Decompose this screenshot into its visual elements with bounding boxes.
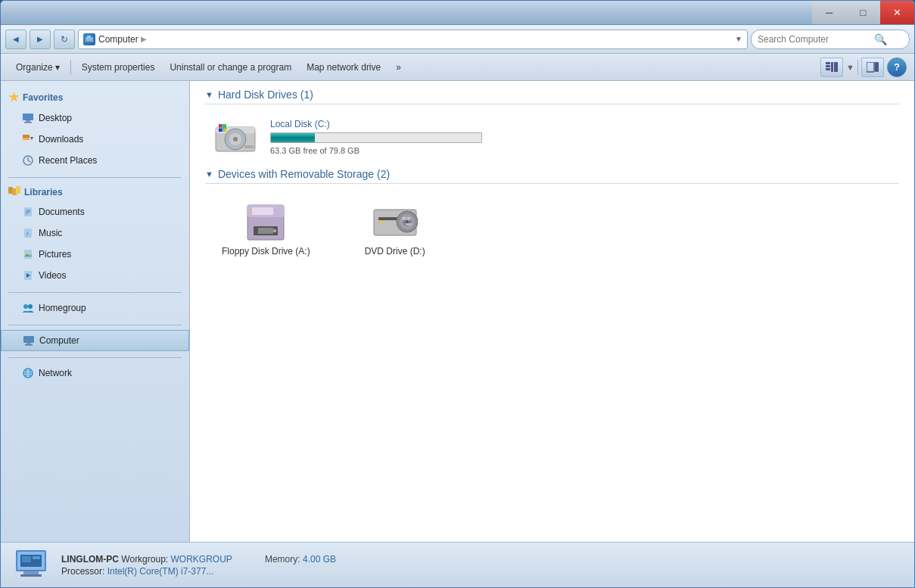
removable-collapse[interactable]: ▼: [205, 170, 213, 179]
more-label: »: [396, 62, 401, 73]
help-button[interactable]: ?: [887, 58, 907, 77]
sidebar-divider-4: [8, 357, 182, 358]
close-button[interactable]: ✕: [880, 1, 914, 24]
svg-rect-50: [223, 124, 226, 127]
address-dropdown-arrow[interactable]: ▼: [735, 35, 742, 43]
toolbar: Organize ▾ System properties Uninstall o…: [1, 54, 914, 81]
refresh-button[interactable]: ↻: [54, 30, 75, 49]
computer-label: Computer: [39, 335, 79, 346]
removable-title: Devices with Removable Storage (2): [218, 168, 390, 180]
minimize-button[interactable]: ─: [812, 1, 846, 24]
homegroup-icon: [22, 302, 34, 314]
sidebar-divider-3: [8, 325, 182, 325]
videos-label: Videos: [39, 270, 66, 281]
sidebar-item-network[interactable]: Network: [1, 362, 189, 384]
local-disk-name: Local Disk (C:): [270, 119, 482, 129]
removable-grid: Floppy Disk Drive (A:): [205, 191, 899, 269]
titlebar-buttons: ─ □ ✕: [812, 1, 914, 24]
view-button[interactable]: [820, 58, 843, 77]
maximize-button[interactable]: □: [846, 1, 880, 24]
svg-rect-52: [223, 129, 226, 132]
organize-label: Organize: [16, 62, 53, 73]
recent-label: Recent Places: [39, 155, 97, 166]
downloads-label: Downloads: [39, 134, 83, 145]
svg-rect-37: [25, 344, 33, 346]
sidebar-item-computer[interactable]: Computer: [1, 330, 189, 351]
sidebar-libraries-header[interactable]: Libraries: [1, 182, 189, 201]
memory-prefix: Memory:: [265, 554, 303, 565]
back-button[interactable]: ◀: [5, 30, 26, 49]
hard-disks-collapse[interactable]: ▼: [205, 90, 213, 99]
memory-value: 4.00 GB: [303, 554, 336, 565]
preview-pane-button[interactable]: [861, 58, 884, 77]
svg-rect-76: [33, 556, 40, 559]
window: ─ □ ✕ ◀ ▶ ↻ Computer ▶ ▼ 🔍: [0, 0, 915, 588]
view-dropdown-arrow[interactable]: ▼: [846, 63, 854, 72]
main-area: ★ Favorites Desktop: [1, 81, 914, 542]
dvd-item[interactable]: DVD DVD Drive (D:): [350, 198, 440, 263]
svg-rect-8: [867, 62, 874, 72]
local-disk-item[interactable]: Local Disk (C:) 63.3 GB free of 79.8 GB: [205, 112, 899, 162]
sidebar-libraries-section: Libraries Documents: [1, 182, 189, 286]
search-icon[interactable]: 🔍: [874, 33, 887, 45]
sidebar-item-desktop[interactable]: Desktop: [1, 107, 189, 129]
svg-point-29: [26, 252, 28, 254]
recent-icon: [22, 154, 34, 166]
map-network-label: Map network drive: [307, 62, 381, 73]
titlebar: ─ □ ✕: [1, 1, 914, 25]
floppy-item[interactable]: Floppy Disk Drive (A:): [213, 198, 319, 263]
uninstall-button[interactable]: Uninstall or change a program: [162, 57, 299, 78]
status-line-1: LINGLOM-PC Workgroup: WORKGROUP Memory: …: [61, 554, 336, 565]
sidebar-item-videos[interactable]: Videos: [1, 265, 189, 286]
sidebar-item-downloads[interactable]: Downloads: [1, 129, 189, 150]
search-input[interactable]: [758, 34, 871, 45]
address-path[interactable]: Computer ▶ ▼: [78, 30, 748, 49]
svg-line-18: [28, 160, 30, 162]
sidebar-item-documents[interactable]: Documents: [1, 201, 189, 222]
sidebar-item-pictures[interactable]: Pictures: [1, 244, 189, 265]
forward-button[interactable]: ▶: [30, 30, 51, 49]
organize-button[interactable]: Organize ▾: [8, 57, 67, 78]
system-properties-label: System properties: [82, 62, 155, 73]
sidebar-item-music[interactable]: ♪ Music: [1, 222, 189, 244]
svg-rect-11: [26, 120, 30, 122]
svg-rect-35: [23, 336, 34, 343]
sidebar-item-homegroup[interactable]: Homegroup: [1, 297, 189, 319]
svg-rect-75: [22, 556, 31, 562]
svg-rect-4: [826, 65, 830, 67]
sidebar-item-recent[interactable]: Recent Places: [1, 150, 189, 171]
map-network-button[interactable]: Map network drive: [299, 57, 388, 78]
search-box[interactable]: 🔍: [751, 30, 910, 49]
downloads-icon: [22, 133, 34, 145]
videos-icon: [22, 269, 34, 282]
sidebar-network-section: Network: [1, 362, 189, 384]
dvd-icon: DVD: [372, 204, 418, 241]
hard-disks-title: Hard Disk Drives (1): [218, 89, 313, 101]
sidebar-favorites-section: ★ Favorites Desktop: [1, 87, 189, 171]
path-icon: [83, 33, 95, 45]
local-disk-size: 63.3 GB free of 79.8 GB: [270, 146, 482, 155]
sidebar-favorites-header[interactable]: ★ Favorites: [1, 87, 189, 107]
more-button[interactable]: »: [388, 57, 409, 78]
documents-label: Documents: [39, 207, 85, 217]
dvd-label: DVD Drive (D:): [365, 246, 425, 257]
system-properties-button[interactable]: System properties: [74, 57, 163, 78]
desktop-icon: [22, 112, 34, 124]
organize-arrow: ▾: [55, 62, 60, 73]
svg-point-47: [233, 137, 238, 142]
music-icon: ♪: [22, 227, 34, 239]
workgroup-prefix: Workgroup:: [121, 554, 170, 565]
svg-rect-68: [406, 223, 412, 226]
path-text: Computer ▶: [98, 34, 147, 45]
svg-rect-60: [252, 207, 273, 215]
svg-rect-10: [23, 114, 33, 120]
svg-marker-15: [30, 137, 33, 140]
desktop-label: Desktop: [39, 113, 72, 123]
svg-rect-2: [85, 41, 94, 42]
svg-rect-58: [273, 229, 276, 232]
svg-point-69: [380, 220, 383, 223]
svg-rect-57: [258, 228, 273, 234]
content-area: ▼ Hard Disk Drives (1): [190, 81, 914, 542]
svg-rect-7: [834, 62, 838, 72]
uninstall-label: Uninstall or change a program: [170, 62, 291, 73]
